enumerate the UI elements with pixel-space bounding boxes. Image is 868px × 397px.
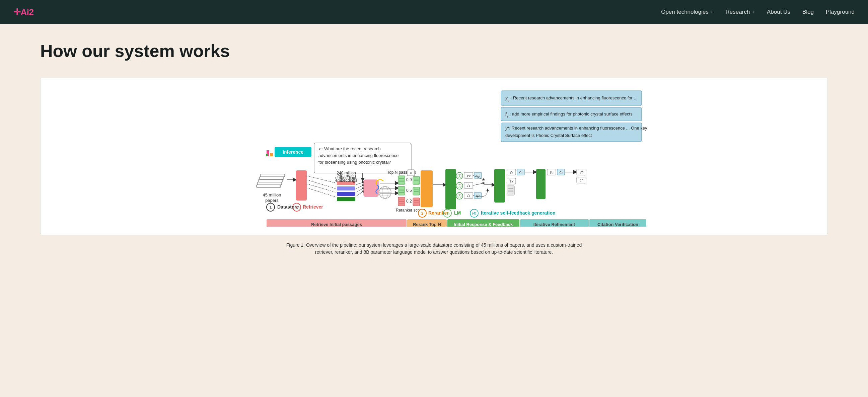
page-title: How our system works [40,41,828,61]
svg-rect-19 [258,179,283,182]
svg-text:(4): (4) [472,211,476,215]
svg-rect-18 [257,182,282,185]
about-us-link[interactable]: About Us [767,9,790,15]
svg-text:Datastore: Datastore [277,204,299,209]
svg-rect-35 [337,192,355,196]
diagram-svg: y0 : Recent research advancements in enh… [49,86,819,227]
diagram-container: y0 : Recent research advancements in enh… [40,78,828,235]
svg-text:embeddings: embeddings [335,175,357,180]
svg-text:c*: c* [580,178,583,182]
svg-rect-150 [266,154,268,156]
svg-rect-125 [536,169,546,199]
svg-text:Iterative self-feedback genera: Iterative self-feedback generation [481,210,556,216]
svg-rect-25 [296,170,307,200]
svg-text:Citation Verification: Citation Verification [597,222,638,227]
svg-line-109 [473,183,484,186]
svg-text:Initial Response & Feedback: Initial Response & Feedback [454,222,513,227]
research-link[interactable]: Research + [726,9,755,15]
svg-text:Inference: Inference [283,149,303,155]
svg-text:f₂: f₂ [510,179,513,183]
svg-text:Retrieve Initial passages: Retrieve Initial passages [311,222,362,227]
svg-text:(2): (2) [458,184,461,188]
svg-text:y₀: y₀ [466,173,470,177]
svg-rect-75 [413,187,420,195]
svg-rect-113 [494,169,505,202]
svg-text:Rerank Top N: Rerank Top N [413,222,441,227]
svg-text:240 million: 240 million [337,171,355,175]
svg-text:x
          : What are the rec: x : What are the recent research [318,146,381,151]
svg-rect-21 [260,174,285,177]
svg-text:2: 2 [421,211,423,215]
svg-rect-34 [337,187,355,191]
svg-text:papers: papers [265,198,279,203]
svg-text:for biosensing using photonic : for biosensing using photonic crystal? [318,160,391,165]
svg-text:c₁: c₁ [519,170,522,174]
main-content: How our system works y0 : Recent researc… [0,24,868,276]
svg-text:0.5: 0.5 [406,188,412,193]
svg-line-42 [355,185,364,189]
svg-text:45 million: 45 million [263,193,281,198]
svg-line-32 [307,188,336,197]
svg-line-29 [307,176,336,183]
blog-link[interactable]: Blog [802,9,814,15]
svg-line-30 [307,180,336,189]
svg-rect-17 [256,185,281,188]
svg-text:0.9: 0.9 [406,177,412,182]
svg-text:Retriever: Retriever [303,204,323,209]
svg-text:y₁: y₁ [509,170,513,174]
svg-text:Iterative Refinement: Iterative Refinement [533,222,575,227]
svg-text:x: x [409,170,412,175]
logo-text: ✛Ai2 [13,7,33,18]
svg-text:c₁: c₁ [560,170,563,174]
svg-text:f₁: f₁ [467,184,469,188]
svg-text:y₂: y₂ [550,170,554,174]
svg-rect-72 [413,176,420,185]
svg-text:development is Phonic Crystal : development is Phonic Crystal Surface ef… [505,133,592,138]
svg-rect-149 [270,153,273,156]
svg-rect-116 [507,186,515,195]
logo[interactable]: ✛Ai2 [13,7,33,18]
playground-link[interactable]: Playground [826,9,855,15]
svg-rect-87 [445,169,456,209]
svg-text:advancements in enhancing fluo: advancements in enhancing fluorescence [318,153,399,158]
svg-rect-36 [337,197,355,201]
open-technologies-link[interactable]: Open technologies + [661,9,713,15]
svg-text:1: 1 [270,205,272,209]
svg-text:f₂: f₂ [467,194,470,198]
svg-text:(1): (1) [458,174,461,178]
svg-text:0.2: 0.2 [406,199,412,203]
nav-links: Open technologies + Research + About Us … [661,9,855,15]
svg-text:y*: y* [579,170,583,174]
navbar: ✛Ai2 Open technologies + Research + Abou… [0,0,868,24]
svg-text:y*: Recent research advancemen: y*: Recent research advancements in enha… [505,126,647,131]
svg-text:LM: LM [454,210,461,216]
svg-text:(3): (3) [458,194,461,198]
svg-rect-78 [413,198,420,206]
svg-line-31 [307,184,336,193]
figure-caption: Figure 1: Overview of the pipeline: our … [283,242,585,256]
svg-text:(3): (3) [445,211,450,215]
svg-rect-20 [259,177,284,179]
svg-rect-82 [421,170,433,207]
svg-text:q₂: q₂ [476,194,480,198]
